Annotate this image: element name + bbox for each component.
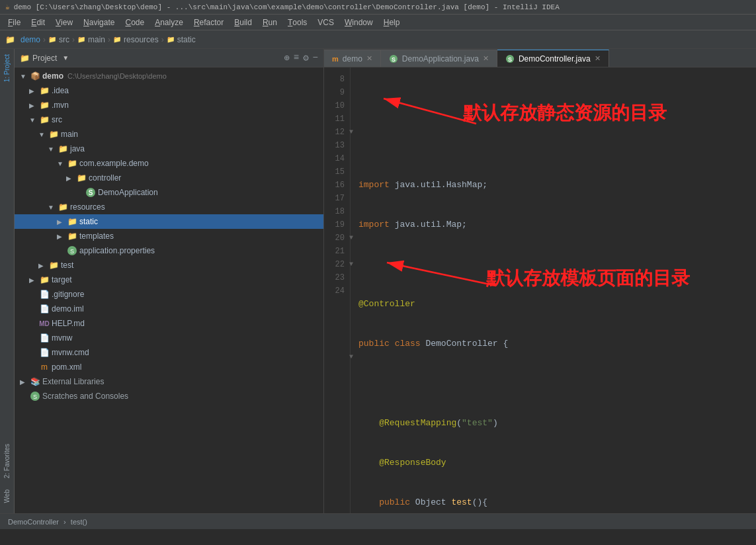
collapse-icon[interactable]: ≡ bbox=[294, 52, 299, 63]
sidebar: 1: Project 2: Favorites Web 📁 Project ▼ … bbox=[0, 49, 324, 513]
code-line-14: @RequestMapping("test") bbox=[358, 417, 748, 430]
tree-item-controller[interactable]: ▶ 📁 controller bbox=[15, 171, 323, 185]
file-tree: ▼ 📦 demo C:\Users\zhang\Desktop\demo ▶ 📁… bbox=[15, 67, 323, 513]
svg-text:S: S bbox=[508, 56, 512, 63]
menu-refactor[interactable]: Refactor bbox=[189, 15, 229, 30]
tree-item-static[interactable]: ▶ 📁 static bbox=[15, 214, 323, 229]
menu-navigate[interactable]: Navigate bbox=[78, 15, 120, 30]
tree-item-demo-iml[interactable]: ▶ 📄 demo.iml bbox=[15, 302, 323, 316]
fold-marker-12[interactable]: ▼ bbox=[351, 126, 353, 139]
line-13: 13 bbox=[324, 139, 350, 152]
tree-item-external-libs[interactable]: ▶ 📚 External Libraries bbox=[15, 374, 323, 389]
menu-view[interactable]: View bbox=[50, 15, 78, 30]
breadcrumb-resources[interactable]: resources bbox=[124, 35, 159, 44]
minimize-icon[interactable]: − bbox=[313, 52, 318, 63]
tab-democontroller-label: DemoController.java bbox=[519, 54, 591, 63]
editor-area: m demo ✕ S DemoApplication.java ✕ bbox=[324, 49, 756, 513]
tree-item-demoapplication[interactable]: ▶ S DemoApplication bbox=[15, 185, 323, 200]
line-19: 19 bbox=[324, 218, 350, 231]
menu-edit[interactable]: Edit bbox=[26, 15, 50, 30]
code-editor[interactable]: 8 9 10 11 ✓ 12 ✓ 13 14 💡 15 16 17 bbox=[324, 67, 756, 513]
locate-icon[interactable]: ⊕ bbox=[284, 52, 289, 63]
menu-analyze[interactable]: Analyze bbox=[149, 15, 189, 30]
tree-item-resources[interactable]: ▼ 📁 resources bbox=[15, 200, 323, 214]
chevron-down-icon[interactable]: ▼ bbox=[62, 54, 69, 62]
title-bar: ☕ demo [C:\Users\zhang\Desktop\demo] - .… bbox=[0, 0, 756, 15]
line-24: 24 bbox=[324, 284, 350, 298]
breadcrumb-demo[interactable]: demo bbox=[21, 35, 40, 44]
tree-item-java[interactable]: ▼ 📁 java bbox=[15, 142, 323, 156]
menu-run[interactable]: Run bbox=[257, 15, 282, 30]
project-toolbar: 📁 Project ▼ ⊕ ≡ ⚙ − bbox=[15, 49, 323, 67]
line-14: 14 💡 bbox=[324, 152, 350, 165]
menu-code[interactable]: Code bbox=[120, 15, 149, 30]
settings-icon[interactable]: ⚙ bbox=[303, 52, 308, 63]
fold-marker-16[interactable]: ▼ bbox=[351, 231, 353, 245]
tab-bar: m demo ✕ S DemoApplication.java ✕ bbox=[324, 49, 756, 67]
tree-item-templates[interactable]: ▶ 📁 templates bbox=[15, 229, 323, 243]
breadcrumb-src[interactable]: src bbox=[59, 35, 69, 44]
status-controller[interactable]: DemoController bbox=[8, 518, 59, 526]
tab-democontroller-close[interactable]: ✕ bbox=[595, 54, 601, 63]
menu-build[interactable]: Build bbox=[229, 15, 257, 30]
strip-project[interactable]: 1: Project bbox=[2, 49, 12, 87]
line-20: 20 bbox=[324, 231, 350, 245]
tree-item-demo[interactable]: ▼ 📦 demo C:\Users\zhang\Desktop\demo bbox=[15, 69, 323, 83]
code-line-11: @Controller bbox=[358, 298, 748, 311]
line-11: 11 ✓ bbox=[324, 112, 350, 126]
code-line-16: public Object test(){ bbox=[358, 496, 748, 509]
panel-icon: 📁 bbox=[20, 54, 30, 63]
tree-item-application-properties[interactable]: ▶ S application.properties bbox=[15, 243, 323, 258]
line-17: 17 bbox=[324, 192, 350, 205]
menu-file[interactable]: File bbox=[3, 15, 26, 30]
tab-demoapplication-close[interactable]: ✕ bbox=[483, 54, 489, 63]
menu-bar: File Edit View Navigate Code Analyze Ref… bbox=[0, 15, 756, 30]
tree-item-gitignore[interactable]: ▶ 📄 .gitignore bbox=[15, 287, 323, 302]
panel-label: Project bbox=[32, 54, 57, 63]
breadcrumb: 📁 demo › 📁 src › 📁 main › 📁 resources › … bbox=[0, 30, 756, 49]
menu-help[interactable]: Help bbox=[378, 15, 405, 30]
tree-item-target[interactable]: ▶ 📁 target bbox=[15, 272, 323, 287]
code-line-12: public class DemoController { bbox=[358, 337, 748, 351]
line-23: 23 bbox=[324, 271, 350, 284]
breadcrumb-static[interactable]: static bbox=[177, 35, 196, 44]
menu-vcs[interactable]: VCS bbox=[312, 15, 339, 30]
tree-item-mvn[interactable]: ▶ 📁 .mvn bbox=[15, 98, 323, 112]
menu-tools[interactable]: Tools bbox=[282, 15, 312, 30]
code-line-10 bbox=[358, 258, 748, 271]
main-area: 1: Project 2: Favorites Web 📁 Project ▼ … bbox=[0, 49, 756, 513]
tree-item-help-md[interactable]: ▶ MD HELP.md bbox=[15, 316, 323, 331]
svg-text:S: S bbox=[392, 56, 396, 63]
tree-item-pom-xml[interactable]: ▶ m pom.xml bbox=[15, 360, 323, 374]
tree-item-main[interactable]: ▼ 📁 main bbox=[15, 127, 323, 142]
menu-window[interactable]: Window bbox=[339, 15, 378, 30]
tab-demoapplication-icon: S bbox=[389, 54, 398, 63]
tab-demo[interactable]: m demo ✕ bbox=[324, 50, 381, 67]
fold-marker-22[interactable]: ▼ bbox=[351, 351, 353, 364]
line-10: 10 bbox=[324, 99, 350, 112]
tab-demo-close[interactable]: ✕ bbox=[366, 54, 372, 63]
line-numbers: 8 9 10 11 ✓ 12 ✓ 13 14 💡 15 16 17 bbox=[324, 67, 351, 513]
tree-item-mvnw[interactable]: ▶ 📄 mvnw bbox=[15, 331, 323, 345]
tree-item-idea[interactable]: ▶ 📁 .idea bbox=[15, 83, 323, 98]
tree-item-test[interactable]: ▶ 📁 test bbox=[15, 258, 323, 272]
bottom-tabs: DemoController › test() bbox=[0, 513, 756, 529]
tree-item-mvnw-cmd[interactable]: ▶ 📄 mvnw.cmd bbox=[15, 345, 323, 360]
tab-democontroller[interactable]: S DemoController.java ✕ bbox=[497, 50, 609, 67]
tree-item-src[interactable]: ▼ 📁 src bbox=[15, 112, 323, 127]
code-line-15: @ResponseBody bbox=[358, 456, 748, 470]
strip-web[interactable]: Web bbox=[2, 484, 12, 508]
status-method[interactable]: test() bbox=[71, 518, 87, 526]
fold-marker-16b[interactable]: ▼ bbox=[351, 258, 353, 271]
tree-item-com-example[interactable]: ▼ 📁 com.example.demo bbox=[15, 156, 323, 171]
code-content[interactable]: ▼ ▼ ▼ ▼ import java.util.HashMap; import… bbox=[351, 67, 756, 513]
breadcrumb-main[interactable]: main bbox=[88, 35, 105, 44]
window-title: demo [C:\Users\zhang\Desktop\demo] - ...… bbox=[14, 3, 560, 11]
line-16: 16 bbox=[324, 179, 350, 192]
tab-demoapplication[interactable]: S DemoApplication.java ✕ bbox=[381, 50, 497, 67]
tree-item-scratches[interactable]: ▶ S Scratches and Consoles bbox=[15, 389, 323, 403]
line-21: 21 bbox=[324, 245, 350, 258]
project-panel: 📁 Project ▼ ⊕ ≡ ⚙ − ▼ 📦 demo bbox=[15, 49, 323, 513]
panel-title: 📁 Project ▼ bbox=[20, 54, 69, 63]
strip-favorites[interactable]: 2: Favorites bbox=[2, 439, 12, 483]
